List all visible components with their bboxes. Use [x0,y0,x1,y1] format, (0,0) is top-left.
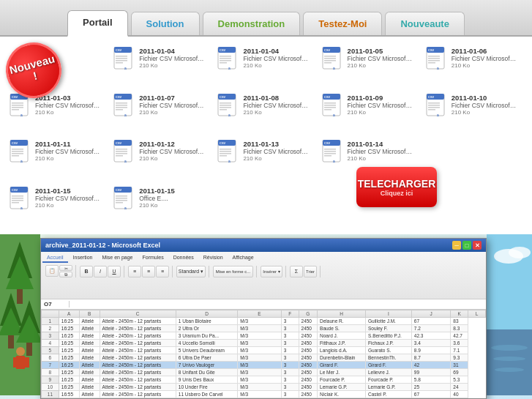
ribbon-tab-affichage[interactable]: Affichage [228,253,258,263]
table-row[interactable]: 816:25AtteléAttelé - 2450m - 12 partants… [42,369,486,376]
table-cell[interactable]: 7.2 [411,325,451,332]
table-cell[interactable]: Attelé - 2450m - 12 partants [100,332,176,340]
table-cell[interactable]: Attelé - 2450m - 12 partants [100,376,176,384]
italic-button[interactable]: I [94,266,107,277]
table-cell[interactable]: Castel P. [365,391,411,398]
table-cell[interactable]: 24 [451,384,468,391]
table-cell[interactable]: Attelé - 2450m - 12 partants [100,325,176,332]
copy-button[interactable]: ⧉ [59,272,72,277]
table-cell[interactable]: Chin Ch. [318,398,366,399]
table-row[interactable]: 1216:55AtteléAttelé - 2450m - 12 partant… [42,398,486,399]
table-cell[interactable]: 16:25 [59,376,79,384]
table-cell[interactable]: 3 [281,398,299,399]
table-cell[interactable]: Attelé - 2450m - 12 partants [100,340,176,347]
table-cell[interactable]: Attelé [79,369,100,376]
table-row[interactable]: 916:25AtteléAttelé - 2450m - 12 partants… [42,376,486,384]
table-cell[interactable]: 42.7 [451,332,468,340]
table-cell[interactable]: Delacour G. [365,398,411,399]
table-cell[interactable]: M/3 [238,318,281,325]
table-cell[interactable]: Attelé [79,384,100,391]
table-cell[interactable]: M/3 [238,347,281,354]
maximize-button[interactable]: □ [462,241,471,250]
table-cell[interactable]: 16:25 [59,340,79,347]
ribbon-tab-formules[interactable]: Formules [138,253,168,263]
insert-button[interactable]: Insérer ▾ [261,266,282,277]
table-cell[interactable]: Attelé - 2450m - 12 partants [100,362,176,369]
align-center-button[interactable]: ≡ [142,266,155,277]
table-cell[interactable]: 8.9 [411,347,451,354]
table-cell[interactable]: 16:55 [59,391,79,398]
tab-testez-moi[interactable]: Testez-Moi [303,12,382,35]
table-cell[interactable]: 16:25 [59,369,79,376]
table-cell[interactable]: Lemarie G.P. [318,384,366,391]
table-cell[interactable]: 3 [281,369,299,376]
table-cell[interactable]: 11 Usbero De Carvel [176,391,237,398]
table-row[interactable]: 716:25AtteléAttelé - 2450m - 12 partants… [42,362,486,369]
tab-demonstration[interactable]: Demonstration [203,12,301,35]
table-cell[interactable]: 3 [281,362,299,369]
table-cell[interactable]: 2450 [299,340,318,347]
table-cell[interactable]: 8 Unifant Du Gite [176,369,237,376]
table-cell[interactable]: M/3 [238,340,281,347]
table-cell[interactable]: 69 [451,369,468,376]
table-cell[interactable]: 5.3 [451,376,468,384]
list-item[interactable]: CSVa 2011-01-07 Fichier CSV Microsoft Of… [110,91,214,135]
table-cell[interactable]: Attelé [79,376,100,384]
table-cell[interactable]: M/3 [238,325,281,332]
table-cell[interactable]: 3 [281,354,299,362]
table-cell[interactable]: 2450 [299,369,318,376]
table-cell[interactable]: 3.4 [411,340,451,347]
table-cell[interactable]: 3 [281,376,299,384]
sum-button[interactable]: Σ [290,266,303,277]
list-item[interactable]: CSVa 2011-01-13 Fichier CSV Microsoft Of… [214,137,318,181]
align-right-button[interactable]: ≡ [156,266,169,277]
table-cell[interactable]: 16:25 [59,347,79,354]
table-cell[interactable]: Attelé [79,332,100,340]
table-cell[interactable]: M/3 [238,391,281,398]
table-row[interactable]: 216:25AtteléAttelé - 2450m - 12 partants… [42,325,486,332]
list-item[interactable]: CSVa 2011-01-15 Fichier CSV Microsoft Of… [6,184,110,228]
table-cell[interactable]: 2450 [299,318,318,325]
table-cell[interactable]: Attelé [79,325,100,332]
table-cell[interactable]: 2450 [299,362,318,369]
ribbon-tab-revision[interactable]: Révision [199,253,228,263]
table-cell[interactable]: Attelé [79,340,100,347]
sort-button[interactable]: Trier [304,266,317,277]
table-cell[interactable]: 3 [281,318,299,325]
table-cell[interactable]: Guarato S. [365,347,411,354]
table-cell[interactable]: 16:25 [59,384,79,391]
table-cell[interactable]: Lemarie G.P. [365,384,411,391]
table-cell[interactable]: 6 Ultra De Paer [176,354,237,362]
table-cell[interactable]: 9 Unis Des Baux [176,376,237,384]
table-cell[interactable]: 2450 [299,325,318,332]
table-cell[interactable]: Attelé [79,391,100,398]
list-item[interactable]: CSVa 2011-01-10 Fichier CSV Microsoft Of… [422,91,526,135]
table-cell[interactable]: 42.3 [411,332,451,340]
format-dropdown[interactable]: Standard ▾ [176,266,206,277]
table-cell[interactable]: Baude S. [318,325,366,332]
table-cell[interactable]: M/3 [238,369,281,376]
table-cell[interactable]: Fourcade P. [318,376,366,384]
ribbon-tab-accueil[interactable]: Accueil [42,253,68,263]
table-row[interactable]: 116:25AtteléAttelé - 2450m - 12 partants… [42,318,486,325]
table-cell[interactable]: Girard F. [318,362,366,369]
table-cell[interactable]: M/3 [238,354,281,362]
list-item[interactable]: CSVa 2011-01-04 Fichier CSV Microsoft Of… [214,44,318,88]
table-cell[interactable]: 8.7 [411,354,451,362]
table-cell[interactable]: Attelé [79,318,100,325]
table-cell[interactable]: 16:25 [59,332,79,340]
table-cell[interactable]: Attelé - 2450m - 12 partants [100,347,176,354]
table-cell[interactable]: 9.3 [451,354,468,362]
cut-button[interactable]: ✂ [59,265,72,271]
table-cell[interactable]: 83 [451,318,468,325]
table-row[interactable]: 1116:55AtteléAttelé - 2450m - 12 partant… [42,391,486,398]
table-cell[interactable]: 5 Univers Deaubream [176,347,237,354]
table-row[interactable]: 416:25AtteléAttelé - 2450m - 12 partants… [42,340,486,347]
table-cell[interactable]: 8.3 [451,325,468,332]
list-item[interactable]: CSVa 2011-01-04 Fichier CSV Microsoft Of… [110,44,214,88]
table-cell[interactable]: 31 [451,362,468,369]
table-cell[interactable]: 3 [281,384,299,391]
table-cell[interactable]: 2450 [299,376,318,384]
table-cell[interactable]: S.Beneditto P.J. [365,332,411,340]
table-cell[interactable]: Fitthaux J.P. [318,340,366,347]
